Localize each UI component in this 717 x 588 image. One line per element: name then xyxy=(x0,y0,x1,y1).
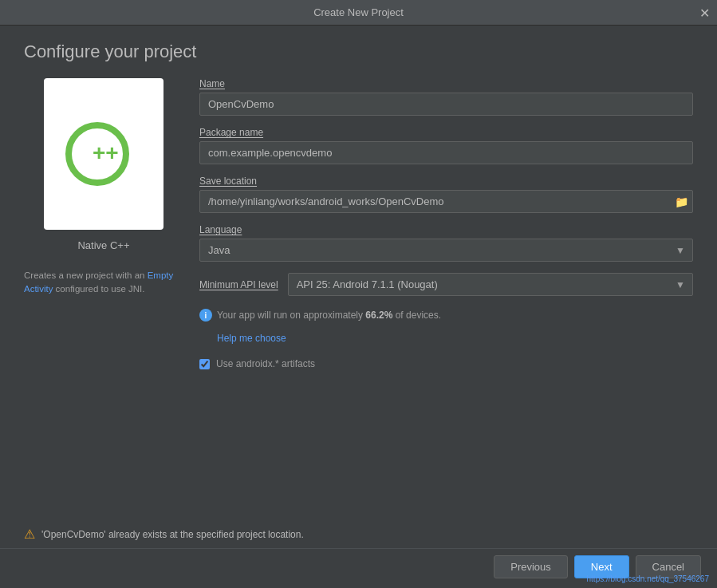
package-name-input[interactable] xyxy=(199,141,693,164)
right-panel: Name Package name Save location 📁 xyxy=(199,78,693,512)
description-text: Creates a new project with an Empty Acti… xyxy=(24,269,183,297)
package-name-field-group: Package name xyxy=(199,127,693,164)
api-info-text: Your app will run on approximately 66.2%… xyxy=(217,310,441,321)
name-label: Name xyxy=(199,78,693,89)
package-name-label: Package name xyxy=(199,127,693,138)
api-level-label: Minimum API level xyxy=(199,279,278,290)
warning-text: 'OpenCvDemo' already exists at the speci… xyxy=(41,529,304,540)
save-location-input[interactable] xyxy=(199,190,693,213)
name-input[interactable] xyxy=(199,93,693,116)
title-bar: Create New Project ✕ xyxy=(0,0,717,26)
api-level-select[interactable]: API 25: Android 7.1.1 (Nougat) API 21: A… xyxy=(288,273,693,296)
dialog-footer: Previous Next Cancel https://blog.csdn.n… xyxy=(0,548,717,588)
info-icon: i xyxy=(199,309,212,322)
warning-icon: ⚠ xyxy=(24,527,35,542)
left-panel: ++ Native C++ Creates a new project with… xyxy=(24,78,183,512)
dialog-content: Configure your project ++ Native C++ Cre… xyxy=(0,26,717,520)
api-level-select-wrapper: API 25: Android 7.1.1 (Nougat) API 21: A… xyxy=(288,273,693,296)
androidx-checkbox-label: Use androidx.* artifacts xyxy=(216,358,315,369)
androidx-checkbox[interactable] xyxy=(199,359,210,369)
dialog-title: Create New Project xyxy=(313,6,404,18)
cpp-logo-icon: ++ xyxy=(64,114,144,194)
save-location-field-group: Save location 📁 xyxy=(199,176,693,213)
project-icon-card: ++ xyxy=(44,78,163,230)
api-percentage: 66.2% xyxy=(365,310,392,321)
folder-browse-button[interactable]: 📁 xyxy=(675,195,688,208)
language-label: Language xyxy=(199,224,693,235)
language-field-group: Language Java Kotlin ▼ xyxy=(199,224,693,262)
language-select-wrapper: Java Kotlin ▼ xyxy=(199,239,693,262)
svg-text:++: ++ xyxy=(93,140,119,165)
folder-icon: 📁 xyxy=(675,195,688,208)
page-title: Configure your project xyxy=(24,41,693,62)
previous-button[interactable]: Previous xyxy=(494,555,568,578)
name-field-group: Name xyxy=(199,78,693,116)
watermark-text: https://blog.csdn.net/qq_37546267 xyxy=(587,574,709,583)
api-info-row: i Your app will run on approximately 66.… xyxy=(199,309,693,322)
androidx-checkbox-row: Use androidx.* artifacts xyxy=(199,358,693,369)
create-project-dialog: Create New Project ✕ Configure your proj… xyxy=(0,0,717,588)
close-button[interactable]: ✕ xyxy=(691,0,717,26)
help-me-choose-link[interactable]: Help me choose xyxy=(217,333,693,344)
save-location-label: Save location xyxy=(199,176,693,187)
warning-bar: ⚠ 'OpenCvDemo' already exists at the spe… xyxy=(0,520,717,548)
language-select[interactable]: Java Kotlin xyxy=(199,239,693,262)
save-location-input-wrapper: 📁 xyxy=(199,190,693,213)
api-level-row: Minimum API level API 25: Android 7.1.1 … xyxy=(199,273,693,296)
main-area: ++ Native C++ Creates a new project with… xyxy=(24,78,693,512)
project-type-label: Native C++ xyxy=(77,239,129,251)
